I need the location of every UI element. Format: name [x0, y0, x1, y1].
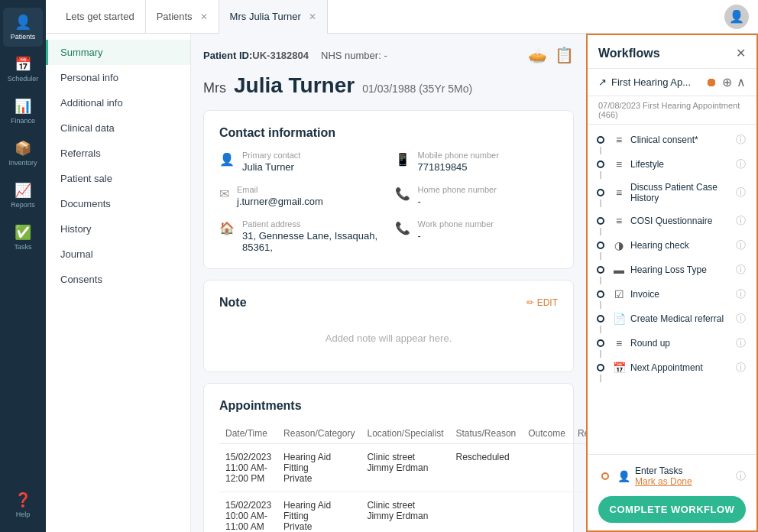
appt-re-1 [572, 444, 586, 492]
col-outcome: Outcome [522, 423, 572, 444]
lifestyle-icon: ≡ [612, 158, 626, 170]
medical-referral-info-icon[interactable]: ⓘ [736, 312, 746, 326]
menu-item-personal-info[interactable]: Personal info [46, 65, 190, 90]
col-location: Location/Specialist [361, 423, 449, 444]
workflow-item-cosi[interactable]: ≡ COSI Questionnaire ⓘ [588, 209, 756, 233]
workflow-item-next-appointment[interactable]: 📅 Next Appointment ⓘ [588, 355, 756, 380]
mobile-icon: 📱 [395, 152, 410, 167]
sidebar-item-finance-label: Finance [11, 117, 35, 125]
appt-reason-1: Hearing Aid FittingPrivate [277, 444, 361, 492]
workflow-item-round-up[interactable]: ≡ Round up ⓘ [588, 331, 756, 355]
email-icon: ✉ [219, 187, 229, 201]
sidebar-item-reports[interactable]: 📈 Reports [3, 176, 43, 215]
document-icon[interactable]: 📋 [555, 46, 574, 64]
workflows-title: Workflows [598, 47, 660, 60]
mark-as-done-button[interactable]: Mark as Done [635, 476, 731, 487]
user-avatar-icon[interactable]: 👤 [724, 5, 749, 29]
workflow-item-medical-referral[interactable]: 📄 Create Medical referral ⓘ [588, 307, 756, 331]
appt-status-1: Rescheduled [450, 444, 523, 492]
round-up-icon: ≡ [612, 337, 626, 349]
clinical-consent-info-icon[interactable]: ⓘ [736, 133, 746, 147]
workflow-add-icon[interactable]: ⊕ [722, 75, 732, 89]
workflow-footer: 👤 Enter Tasks Mark as Done ⓘ COMPLETE WO… [588, 454, 756, 530]
chart-icon[interactable]: 🥧 [528, 46, 547, 64]
help-icon: ❓ [15, 491, 31, 508]
menu-item-summary[interactable]: Summary [46, 40, 190, 65]
next-appointment-icon: 📅 [612, 362, 626, 374]
patients-icon: 👤 [15, 14, 31, 31]
timeline-col [594, 364, 607, 371]
invoice-info-icon[interactable]: ⓘ [736, 287, 746, 301]
workflows-header: Workflows ✕ [588, 35, 756, 69]
timeline-dot [597, 189, 604, 196]
mobile-label: Mobile phone number [418, 151, 499, 160]
appointments-title: Appointments [219, 399, 558, 413]
enter-tasks-icon: 👤 [617, 470, 630, 482]
sidebar-item-scheduler[interactable]: 📅 Scheduler [3, 50, 43, 89]
workflow-record-icon[interactable]: ⏺ [705, 76, 718, 89]
hearing-check-info-icon[interactable]: ⓘ [736, 238, 746, 252]
tab-patients-close[interactable]: ✕ [200, 11, 208, 22]
sidebar-item-inventory[interactable]: 📦 Inventory [3, 134, 43, 173]
menu-item-patient-sale[interactable]: Patient sale [46, 166, 190, 191]
timeline-dot [597, 217, 604, 225]
menu-item-journal[interactable]: Journal [46, 242, 190, 267]
menu-item-history[interactable]: History [46, 216, 190, 242]
workflow-item-enter-tasks[interactable]: 👤 Enter Tasks Mark as Done ⓘ [598, 462, 746, 490]
note-title: Note [219, 296, 247, 310]
sidebar-item-patients[interactable]: 👤 Patients [3, 8, 43, 47]
primary-contact-label: Primary contact [242, 151, 300, 160]
edit-button[interactable]: ✏ EDIT [526, 297, 558, 308]
timeline-col [594, 290, 607, 298]
appt-outcome-2 [522, 492, 572, 533]
discuss-history-info-icon[interactable]: ⓘ [736, 186, 746, 200]
enter-tasks-info-icon[interactable]: ⓘ [736, 469, 746, 483]
menu-item-consents[interactable]: Consents [46, 267, 190, 292]
sidebar-item-finance[interactable]: 📊 Finance [3, 92, 43, 131]
menu-item-clinical-data[interactable]: Clinical data [46, 115, 190, 141]
round-up-info-icon[interactable]: ⓘ [736, 336, 746, 350]
workflow-item-hearing-check[interactable]: ◑ Hearing check ⓘ [588, 233, 756, 258]
timeline-col [594, 315, 607, 323]
timeline-line [600, 375, 601, 382]
col-datetime: Date/Time [219, 423, 277, 444]
workflow-item-clinical-consent[interactable]: ≡ Clinical consent* ⓘ [588, 128, 756, 152]
timeline-dot-orange [601, 472, 609, 480]
workflow-date: 07/08/2023 First Hearing Appointment (46… [588, 96, 756, 125]
work-phone-icon: 📞 [395, 221, 410, 235]
col-re: Re [572, 423, 586, 444]
sidebar-item-tasks[interactable]: ✅ Tasks [3, 218, 43, 257]
hearing-loss-type-info-icon[interactable]: ⓘ [736, 263, 746, 277]
address-label: Patient address [242, 219, 383, 229]
tab-patient-close[interactable]: ✕ [309, 11, 316, 22]
lifestyle-info-icon[interactable]: ⓘ [736, 157, 746, 171]
menu-item-additional-info[interactable]: Additional info [46, 90, 190, 115]
cosi-info-icon[interactable]: ⓘ [736, 214, 746, 228]
timeline-line [600, 200, 601, 207]
workflow-item-discuss-history[interactable]: ≡ Discuss Patient Case History ⓘ [588, 177, 756, 209]
complete-workflow-button[interactable]: COMPLETE WORKFLOW [598, 496, 746, 523]
tab-patients[interactable]: Patients ✕ [146, 0, 219, 34]
timeline-col [598, 472, 612, 480]
menu-item-referrals[interactable]: Referrals [46, 141, 190, 166]
appt-datetime-2: 15/02/202310:00 AM-11:00 AM [219, 492, 277, 533]
workflow-item-invoice[interactable]: ☑ Invoice ⓘ [588, 282, 756, 307]
workflow-item-lifestyle[interactable]: ≡ Lifestyle ⓘ [588, 152, 756, 177]
home-phone-value: - [418, 196, 497, 207]
col-reason: Reason/Category [277, 423, 361, 444]
timeline-dot [597, 266, 604, 274]
reports-icon: 📈 [15, 182, 31, 199]
cosi-label: COSI Questionnaire [630, 216, 731, 226]
workflow-subheader: ↗ First Hearing Ap... ⏺ ⊕ ∧ [588, 69, 756, 96]
workflow-collapse-icon[interactable]: ∧ [737, 75, 746, 89]
next-appointment-info-icon[interactable]: ⓘ [736, 361, 746, 375]
tab-active-patient[interactable]: Mrs Julia Turner ✕ [219, 0, 328, 34]
contact-card-title: Contact information [219, 126, 558, 140]
menu-item-documents[interactable]: Documents [46, 191, 190, 216]
tab-lets-started[interactable]: Lets get started [55, 0, 146, 34]
patient-id-value: UK-3182804 [252, 50, 309, 61]
workflows-close-button[interactable]: ✕ [736, 46, 746, 60]
workflow-item-hearing-loss-type[interactable]: ▬ Hearing Loss Type ⓘ [588, 258, 756, 282]
sidebar-item-help[interactable]: ❓ Help [3, 485, 43, 524]
timeline-col [594, 136, 607, 144]
